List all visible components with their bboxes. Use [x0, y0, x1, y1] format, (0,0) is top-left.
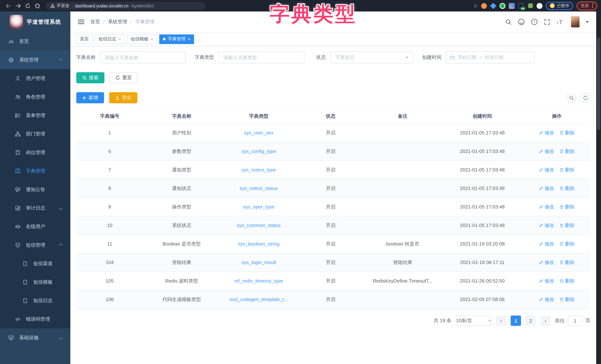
- delete-link[interactable]: 删除: [560, 241, 575, 247]
- extension-icon[interactable]: [500, 3, 505, 9]
- extension-icon[interactable]: [527, 3, 533, 9]
- sidebar-item-post-management[interactable]: 岗位管理: [0, 143, 70, 162]
- dict-type-input[interactable]: [219, 51, 304, 63]
- sidebar-item-sms-template[interactable]: 短信模板: [0, 273, 70, 292]
- sidebar-item-sms-channel[interactable]: 短信渠道: [0, 254, 70, 273]
- security-warning[interactable]: 不安全: [50, 3, 70, 9]
- text-size-icon[interactable]: tT: [557, 19, 565, 25]
- edit-link[interactable]: 修改: [539, 241, 554, 247]
- search-button[interactable]: 搜索: [76, 72, 104, 83]
- user-avatar[interactable]: [571, 16, 580, 27]
- edit-link[interactable]: 修改: [539, 166, 554, 173]
- edit-link[interactable]: 修改: [539, 296, 554, 303]
- edit-link[interactable]: 修改: [539, 278, 554, 284]
- delete-link[interactable]: 删除: [560, 129, 575, 136]
- dict-type-link[interactable]: sys_user_sex: [244, 130, 273, 136]
- tab-sms-template[interactable]: 短信模板 ×: [127, 34, 157, 44]
- close-icon[interactable]: ×: [151, 37, 153, 41]
- delete-link[interactable]: 删除: [560, 296, 575, 303]
- tab-dict-management[interactable]: 字典管理 ×: [159, 34, 194, 44]
- dict-name-input[interactable]: [100, 51, 186, 63]
- dict-type-link[interactable]: sys_login_result: [241, 260, 276, 265]
- edit-link[interactable]: 修改: [539, 185, 554, 192]
- github-icon[interactable]: [518, 19, 525, 25]
- sidebar-item-infrastructure[interactable]: 基础设施: [0, 328, 70, 347]
- page-button-1[interactable]: 1: [511, 315, 521, 326]
- reload-icon[interactable]: [23, 2, 33, 10]
- scrollbar-thumb[interactable]: [597, 37, 600, 130]
- close-icon[interactable]: ×: [119, 37, 121, 41]
- goto-page-input[interactable]: [568, 315, 582, 326]
- dict-type-link[interactable]: sys_notice_type: [241, 167, 276, 172]
- dict-type-link[interactable]: tool_codegen_template_t...: [230, 297, 288, 302]
- profile-paused-pill[interactable]: 已暂停: [546, 2, 573, 10]
- breadcrumb-home[interactable]: 首页: [90, 19, 100, 25]
- extension-icon[interactable]: [509, 3, 515, 9]
- dict-type-link[interactable]: sys_boolean_string: [238, 241, 279, 247]
- tab-home[interactable]: 首页: [76, 34, 93, 44]
- search-icon[interactable]: [505, 19, 512, 25]
- sidebar-item-home[interactable]: 首页: [0, 32, 70, 51]
- dict-type-link[interactable]: sys_common_status: [237, 222, 281, 228]
- extension-icon[interactable]: [490, 3, 496, 9]
- app-logo[interactable]: 芋道管理系统: [0, 11, 70, 32]
- dict-type-link[interactable]: sys_oper_type: [243, 204, 274, 210]
- edit-link[interactable]: 修改: [539, 203, 554, 210]
- delete-link[interactable]: 删除: [560, 278, 575, 284]
- reset-button[interactable]: 重置: [110, 72, 138, 83]
- dict-type-link[interactable]: sys_notice_status: [240, 185, 278, 191]
- search-toggle-button[interactable]: [567, 93, 576, 102]
- back-icon[interactable]: [4, 2, 13, 10]
- extension-icon[interactable]: [481, 3, 487, 9]
- user-menu-caret-icon[interactable]: [586, 21, 589, 23]
- delete-link[interactable]: 删除: [560, 185, 575, 192]
- delete-link[interactable]: 删除: [560, 203, 575, 210]
- extension-icon[interactable]: on: [518, 3, 524, 9]
- hamburger-icon[interactable]: [78, 20, 84, 24]
- sidebar-item-sms-log[interactable]: 短信日志: [0, 292, 70, 310]
- sidebar-item-user-management[interactable]: 用户管理: [0, 69, 70, 88]
- forward-icon[interactable]: [13, 2, 23, 10]
- kebab-menu-icon[interactable]: [592, 3, 593, 8]
- refresh-button[interactable]: [581, 93, 590, 102]
- browser-update-button[interactable]: 更新: [577, 1, 597, 10]
- dict-type-link[interactable]: sys_config_type: [241, 149, 276, 154]
- status-select[interactable]: 字典状态: [330, 51, 413, 63]
- sidebar-item-notice[interactable]: 通知公告: [0, 180, 70, 199]
- sidebar-item-audit-log[interactable]: 审计日志: [0, 199, 70, 217]
- delete-link[interactable]: 删除: [560, 148, 575, 155]
- edit-link[interactable]: 修改: [539, 259, 554, 266]
- page-button-2[interactable]: 2: [525, 315, 536, 326]
- edit-link[interactable]: 修改: [539, 129, 554, 136]
- delete-link[interactable]: 删除: [560, 259, 575, 266]
- sidebar-item-dept-management[interactable]: 部门管理: [0, 125, 70, 143]
- prev-page-button[interactable]: ‹: [496, 315, 506, 326]
- delete-link[interactable]: 删除: [560, 222, 575, 229]
- extension-icon[interactable]: [537, 3, 542, 9]
- page-scrollbar[interactable]: [596, 11, 601, 364]
- close-icon[interactable]: ×: [188, 37, 190, 41]
- breadcrumb-system[interactable]: 系统管理: [108, 19, 127, 25]
- sidebar-item-error-code[interactable]: 错误码管理: [0, 310, 70, 328]
- add-button[interactable]: 新增: [76, 92, 104, 103]
- tab-sms-log[interactable]: 短信日志 ×: [95, 34, 125, 44]
- delete-link[interactable]: 删除: [560, 166, 575, 173]
- dict-type-link[interactable]: inf_redis_timeout_type: [235, 278, 283, 284]
- date-range-picker[interactable]: 开始日期 ~ 结束日期: [446, 51, 535, 63]
- sidebar-item-sms-management[interactable]: 短信管理: [0, 236, 70, 254]
- sidebar-item-role-management[interactable]: 角色管理: [0, 88, 70, 106]
- page-size-select[interactable]: 10条/页: [456, 315, 491, 326]
- bookmark-star-icon[interactable]: ☆: [473, 3, 478, 9]
- home-icon[interactable]: [33, 2, 42, 10]
- export-button[interactable]: 导出: [109, 92, 137, 103]
- address-bar[interactable]: 不安全 dashboard.yudao.iocoder.cn/system/di…: [46, 2, 205, 10]
- sidebar-item-system-management[interactable]: 系统管理: [0, 51, 70, 69]
- help-icon[interactable]: ?: [531, 19, 538, 25]
- sidebar-item-online-users[interactable]: 在线用户: [0, 217, 70, 236]
- next-page-button[interactable]: ›: [540, 315, 551, 326]
- fullscreen-icon[interactable]: [544, 19, 550, 25]
- edit-link[interactable]: 修改: [539, 222, 554, 229]
- sidebar-item-dict-management[interactable]: 字典管理: [0, 162, 70, 180]
- edit-link[interactable]: 修改: [539, 148, 554, 155]
- sidebar-item-menu-management[interactable]: 菜单管理: [0, 106, 70, 125]
